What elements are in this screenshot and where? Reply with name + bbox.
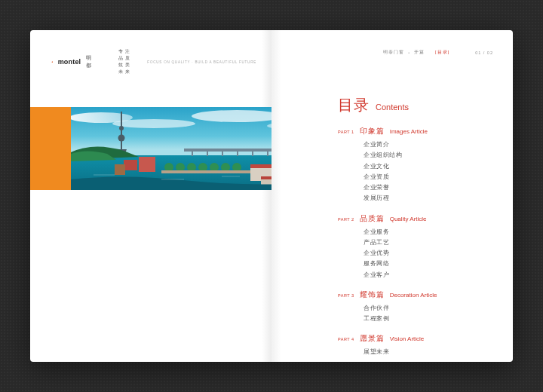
breadcrumb-2: 开篇 xyxy=(414,50,425,55)
orange-accent-block xyxy=(30,107,71,190)
svg-rect-10 xyxy=(237,152,238,156)
toc-item: 产品工艺 xyxy=(364,237,498,248)
toc-item: 服务网络 xyxy=(364,259,498,269)
svg-rect-6 xyxy=(184,149,272,152)
tagline-en: FOCUS ON QUALITY · BUILD A BEAUTIFUL FUT… xyxy=(147,60,256,64)
toc-part-head: PART 3耀饰篇Decoration Article xyxy=(338,289,498,300)
toc-part: PART 3耀饰篇Decoration Article合作伙伴工程案例 xyxy=(338,289,498,325)
toc-part-cn: 耀饰篇 xyxy=(360,289,385,300)
toc-item: 合作伙伴 xyxy=(364,303,498,314)
toc-item: 企业组织结构 xyxy=(364,150,498,161)
toc-part: PART 2品质篇Quality Article企业服务产品工艺企业优势服务网络… xyxy=(338,213,498,280)
page-right: 明泰门窗 • 开篇 [目录] 01 / 02 目录 Contents PART … xyxy=(272,30,513,362)
toc-item: 企业资质 xyxy=(364,172,498,182)
breadcrumb-sep-icon: • xyxy=(408,51,410,55)
toc-item: 企业简介 xyxy=(364,139,498,150)
toc-part-tag: PART 2 xyxy=(338,217,354,222)
header-left: montel 明都 专注品质 筑美未来 FOCUS ON QUALITY · B… xyxy=(51,48,256,75)
toc-part-items: 企业简介企业组织结构企业文化企业资质企业荣誉发展历程 xyxy=(364,139,498,204)
toc-part-cn: 印象篇 xyxy=(360,126,385,136)
book-spread: montel 明都 专注品质 筑美未来 FOCUS ON QUALITY · B… xyxy=(30,30,513,362)
page-number: 01 / 02 xyxy=(475,51,493,55)
tagline-cn: 专注品质 筑美未来 xyxy=(118,48,132,75)
toc-part-tag: PART 3 xyxy=(338,293,354,298)
hero-photo xyxy=(71,107,272,190)
svg-rect-31 xyxy=(250,164,272,168)
toc-part-tag: PART 4 xyxy=(338,337,354,341)
svg-rect-35 xyxy=(261,176,272,179)
toc-item: 企业服务 xyxy=(364,227,498,237)
toc-part-head: PART 4愿景篇Vision Article xyxy=(338,333,498,344)
logo-cn-name: 明都 xyxy=(86,54,91,69)
toc-item: 企业客户 xyxy=(364,270,498,280)
toc-item: 工程案例 xyxy=(364,314,498,324)
svg-rect-11 xyxy=(252,152,253,156)
toc-item: 展望未来 xyxy=(364,347,498,357)
toc-part: PART 4愿景篇Vision Article展望未来 xyxy=(338,333,498,357)
toc-part-items: 展望未来 xyxy=(364,347,498,357)
toc-part-en: Decoration Article xyxy=(390,292,437,299)
toc-part-head: PART 2品质篇Quality Article xyxy=(338,213,498,224)
svg-rect-19 xyxy=(124,160,137,170)
toc-title-en: Contents xyxy=(376,103,409,112)
toc-part-en: Quality Article xyxy=(390,216,427,222)
svg-rect-21 xyxy=(115,164,125,175)
toc-part-cn: 愿景篇 xyxy=(360,333,385,344)
header-right: 明泰门窗 • 开篇 [目录] 01 / 02 xyxy=(287,50,493,55)
toc-title: 目录 Contents xyxy=(338,95,498,115)
page-left: montel 明都 专注品质 筑美未来 FOCUS ON QUALITY · B… xyxy=(30,30,272,362)
breadcrumb-1: 明泰门窗 xyxy=(383,50,404,55)
svg-point-17 xyxy=(118,135,125,142)
svg-rect-9 xyxy=(222,152,223,156)
toc-part-head: PART 1印象篇Images Article xyxy=(338,126,498,136)
toc-part-en: Vision Article xyxy=(390,335,425,342)
toc-item: 企业文化 xyxy=(364,161,498,172)
svg-point-2 xyxy=(112,119,195,128)
toc-title-cn: 目录 xyxy=(338,95,370,115)
table-of-contents: 目录 Contents PART 1印象篇Images Article企业简介企… xyxy=(338,95,498,362)
toc-part-items: 企业服务产品工艺企业优势服务网络企业客户 xyxy=(364,227,498,280)
toc-part-items: 合作伙伴工程案例 xyxy=(364,303,498,325)
toc-part-en: Images Article xyxy=(390,128,428,135)
toc-item: 企业荣誉 xyxy=(364,182,498,193)
toc-part-tag: PART 1 xyxy=(338,130,354,134)
svg-rect-7 xyxy=(192,152,193,156)
photo-strip xyxy=(30,107,272,190)
svg-point-16 xyxy=(119,126,124,130)
logo-wordmark: montel xyxy=(58,58,81,66)
toc-part: PART 1印象篇Images Article企业简介企业组织结构企业文化企业资… xyxy=(338,126,498,204)
svg-rect-12 xyxy=(267,152,268,156)
toc-part-cn: 品质篇 xyxy=(360,213,385,224)
logo-icon xyxy=(51,57,54,66)
section-label: [目录] xyxy=(435,50,449,55)
toc-item: 企业优势 xyxy=(364,248,498,259)
svg-rect-29 xyxy=(161,170,252,173)
toc-item: 发展历程 xyxy=(364,193,498,204)
svg-rect-8 xyxy=(207,152,208,156)
svg-rect-20 xyxy=(139,157,155,172)
